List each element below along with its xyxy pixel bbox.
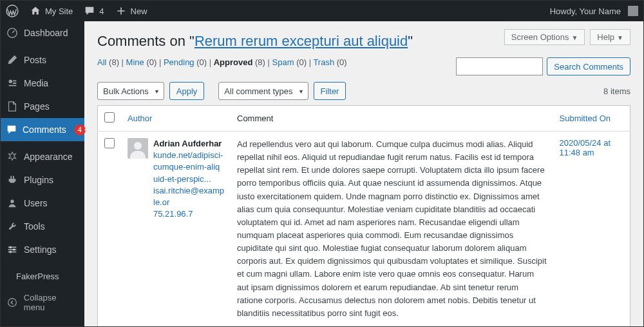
- bulk-actions-select[interactable]: Bulk Actions: [97, 82, 164, 100]
- author-site[interactable]: kunde.net/adipisci-cumque-enim-aliquid-e…: [153, 150, 223, 183]
- chevron-down-icon: ▼: [571, 34, 578, 41]
- pages-icon: [6, 100, 19, 113]
- select-all-checkbox[interactable]: [104, 112, 115, 123]
- filter-trash[interactable]: Trash: [313, 57, 334, 67]
- svg-point-2: [9, 80, 12, 83]
- appearance-icon: [6, 150, 19, 163]
- comments-count: 4: [99, 6, 104, 16]
- filter-button[interactable]: Filter: [314, 82, 346, 100]
- comments-menu-icon: [6, 123, 17, 136]
- sidebar-label: Settings: [24, 244, 57, 255]
- wordpress-icon: [6, 5, 19, 17]
- dashboard-icon: [6, 26, 19, 39]
- sidebar-item-appearance[interactable]: Appearance: [1, 145, 84, 168]
- new-label: New: [131, 6, 147, 16]
- author-ip[interactable]: 75.21.96.7: [153, 209, 193, 219]
- sidebar-label: Appearance: [24, 152, 73, 162]
- search-input[interactable]: [456, 57, 543, 75]
- sidebar-label: Dashboard: [24, 28, 68, 38]
- sidebar-item-plugins[interactable]: Plugins: [1, 168, 84, 192]
- row-checkbox[interactable]: [104, 138, 115, 148]
- help-button[interactable]: Help▼: [590, 29, 630, 45]
- sidebar-label: FakerPress: [16, 272, 59, 281]
- filter-spam[interactable]: Spam: [272, 57, 294, 67]
- svg-point-7: [10, 246, 12, 249]
- screen-options-button[interactable]: Screen Options▼: [504, 29, 585, 45]
- plus-icon: [115, 5, 128, 17]
- sidebar-label: Media: [24, 78, 48, 88]
- admin-sidebar: Dashboard Posts Media Pages Comments4 Ap…: [1, 21, 84, 326]
- filter-all[interactable]: All: [97, 57, 106, 67]
- filter-approved[interactable]: Approved: [214, 57, 253, 67]
- sidebar-item-users[interactable]: Users: [1, 192, 84, 215]
- sidebar-item-pages[interactable]: Pages: [1, 95, 84, 118]
- svg-point-3: [10, 200, 14, 203]
- svg-point-10: [8, 299, 17, 307]
- status-filters: All (8) | Mine (0) | Pending (0) | Appro…: [97, 57, 347, 67]
- plugins-icon: [6, 173, 19, 186]
- new-link[interactable]: New: [109, 1, 153, 21]
- account-link[interactable]: Howdy, Your Name: [545, 1, 643, 21]
- site-link[interactable]: My Site: [24, 1, 78, 21]
- sidebar-label: Users: [24, 198, 48, 208]
- wp-logo[interactable]: [1, 1, 24, 21]
- sidebar-label: Comments: [23, 124, 66, 135]
- svg-point-8: [13, 248, 15, 251]
- posts-icon: [6, 54, 19, 66]
- svg-point-9: [10, 251, 12, 253]
- collapse-icon: [6, 296, 19, 309]
- settings-icon: [6, 243, 19, 256]
- howdy-text: Howdy, Your Name: [550, 6, 621, 16]
- author-email[interactable]: isai.ritchie@example.or: [153, 186, 224, 207]
- comment-text: Ad repellendus vero aut qui laborum. Cum…: [237, 138, 547, 320]
- home-icon: [29, 5, 42, 17]
- sidebar-label: Posts: [24, 55, 46, 65]
- sidebar-item-settings[interactable]: Settings: [1, 238, 84, 261]
- th-submitted[interactable]: Submitted On: [553, 106, 630, 132]
- post-link[interactable]: Rerum rerum excepturi aut aliquid: [194, 33, 408, 49]
- sidebar-label: Plugins: [24, 175, 53, 185]
- comments-link[interactable]: 4: [78, 1, 109, 21]
- apply-button[interactable]: Apply: [169, 82, 205, 100]
- comment-type-select[interactable]: All comment types: [218, 82, 308, 100]
- sidebar-item-tools[interactable]: Tools: [1, 215, 84, 238]
- author-name: Adrian Aufderhar: [153, 138, 224, 150]
- media-icon: [6, 77, 19, 90]
- th-comment: Comment: [231, 106, 553, 132]
- users-icon: [6, 197, 19, 210]
- items-count: 8 items: [603, 86, 630, 96]
- filter-pending[interactable]: Pending: [164, 57, 194, 67]
- sidebar-item-media[interactable]: Media: [1, 72, 84, 95]
- collapse-menu[interactable]: Collapse menu: [1, 288, 84, 317]
- sidebar-item-comments[interactable]: Comments4: [1, 118, 84, 141]
- collapse-label: Collapse menu: [24, 293, 79, 312]
- sidebar-item-posts[interactable]: Posts: [1, 48, 84, 72]
- search-button[interactable]: Search Comments: [547, 57, 630, 75]
- sidebar-item-dashboard[interactable]: Dashboard: [1, 21, 84, 45]
- comments-table: Author Comment Submitted On Adrian Aufde…: [97, 105, 630, 326]
- th-author[interactable]: Author: [121, 106, 231, 132]
- site-name: My Site: [45, 6, 73, 16]
- avatar: [128, 138, 148, 159]
- filter-mine[interactable]: Mine: [126, 57, 144, 67]
- avatar-icon: [628, 6, 638, 16]
- comments-icon: [83, 5, 96, 17]
- sidebar-label: Pages: [24, 101, 50, 112]
- tools-icon: [6, 220, 19, 233]
- table-row: Adrian Aufderhar kunde.net/adipisci-cumq…: [98, 132, 630, 327]
- sidebar-label: Tools: [24, 221, 45, 232]
- chevron-down-icon: ▼: [617, 34, 623, 41]
- comment-date[interactable]: 2020/05/24 at 11:48 am: [560, 138, 611, 157]
- sidebar-item-fakerpress[interactable]: FakerPress: [1, 265, 84, 288]
